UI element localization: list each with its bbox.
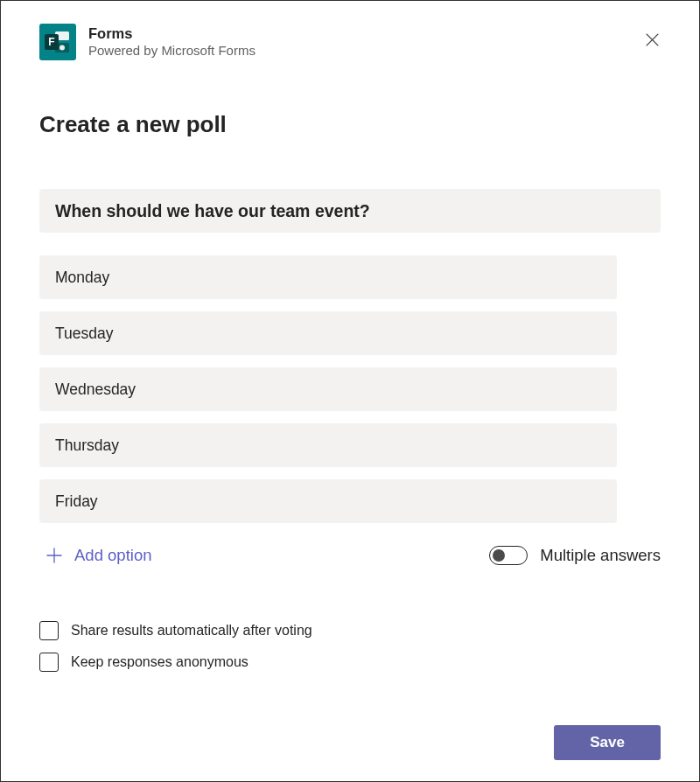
app-title: Forms (88, 24, 256, 43)
multiple-answers-label: Multiple answers (540, 546, 661, 565)
checkbox-icon (39, 653, 59, 672)
poll-fields: Add option Multiple answers (39, 189, 661, 569)
options-footer-row: Add option Multiple answers (39, 542, 661, 569)
anonymous-checkbox-row[interactable]: Keep responses anonymous (39, 653, 661, 672)
page-title: Create a new poll (39, 111, 661, 138)
share-results-checkbox-row[interactable]: Share results automatically after voting (39, 621, 661, 640)
close-button[interactable] (638, 25, 666, 53)
app-subtitle: Powered by Microsoft Forms (88, 43, 256, 59)
anonymous-label: Keep responses anonymous (71, 654, 248, 670)
share-results-label: Share results automatically after voting (71, 623, 312, 639)
poll-question-input[interactable] (39, 189, 661, 233)
add-option-label: Add option (74, 546, 151, 565)
header-titles: Forms Powered by Microsoft Forms (88, 24, 256, 59)
poll-settings: Share results automatically after voting… (39, 621, 661, 672)
poll-option-input[interactable] (39, 423, 617, 467)
checkbox-icon (39, 621, 59, 640)
svg-text:F: F (48, 36, 54, 48)
multiple-answers-row: Multiple answers (489, 546, 661, 565)
multiple-answers-toggle[interactable] (489, 546, 528, 565)
poll-option-input[interactable] (39, 311, 617, 355)
header-left: F Forms Powered by Microsoft Forms (39, 24, 256, 60)
poll-options (39, 255, 661, 523)
dialog-footer: Save (554, 725, 661, 760)
close-icon (645, 32, 660, 47)
forms-app-icon: F (39, 24, 76, 60)
poll-option-input[interactable] (39, 255, 617, 299)
plus-icon (45, 546, 64, 565)
save-button[interactable]: Save (554, 725, 661, 760)
add-option-button[interactable]: Add option (39, 542, 157, 569)
poll-option-input[interactable] (39, 479, 617, 523)
poll-option-input[interactable] (39, 367, 617, 411)
toggle-thumb (493, 549, 505, 562)
dialog-header: F Forms Powered by Microsoft Forms (39, 24, 661, 60)
svg-point-2 (60, 45, 65, 51)
forms-poll-dialog: F Forms Powered by Microsoft Forms Creat… (0, 0, 700, 782)
